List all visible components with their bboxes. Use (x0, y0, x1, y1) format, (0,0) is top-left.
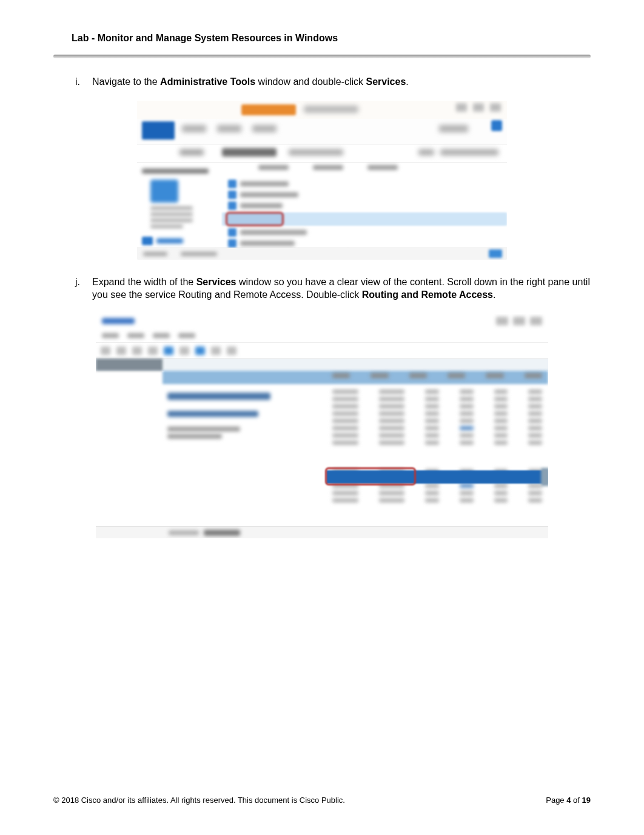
ribbon-contextual-tab (241, 104, 296, 115)
file-tab (142, 121, 175, 140)
scrollbar-thumb (541, 468, 548, 486)
step-j-post: . (493, 289, 495, 300)
window-title (304, 106, 358, 113)
step-j-marker: j. (75, 276, 92, 302)
highlight-box (226, 212, 284, 226)
minimize-icon (456, 103, 467, 112)
step-i-post: . (406, 76, 408, 87)
tree-selected (96, 359, 163, 371)
document-page: Lab - Monitor and Manage System Resource… (0, 0, 644, 835)
page-title: Lab - Monitor and Manage System Resource… (53, 33, 591, 44)
screenshot-admin-tools (137, 101, 507, 260)
help-icon (491, 120, 502, 131)
header-rule (53, 55, 591, 58)
detail-heading (167, 393, 270, 400)
ribbon-tabs (182, 125, 277, 132)
view-toggle-icon (489, 249, 502, 258)
tree-pane (96, 371, 163, 526)
step-j-body: Expand the width of the Services window … (92, 276, 591, 302)
folder-icon (150, 180, 178, 203)
step-i: i. Navigate to the Administrative Tools … (53, 75, 591, 89)
step-i-body: Navigate to the Administrative Tools win… (92, 75, 591, 89)
step-i-mid: window and double-click (255, 76, 366, 87)
page-label-mid: of (571, 796, 582, 805)
copyright: © 2018 Cisco and/or its affiliates. All … (53, 796, 345, 805)
step-i-marker: i. (75, 75, 92, 89)
page-total: 19 (582, 796, 591, 805)
step-i-bold1: Administrative Tools (160, 76, 255, 87)
window-controls (456, 103, 501, 112)
maximize-icon (473, 103, 484, 112)
file-list (222, 163, 507, 248)
step-j-pre: Expand the width of the (92, 277, 196, 287)
screenshot-services (96, 314, 548, 538)
close-icon (490, 103, 501, 112)
page-footer: © 2018 Cisco and/or its affiliates. All … (53, 796, 591, 805)
page-number: Page 4 of 19 (546, 796, 591, 805)
ribbon-right (439, 125, 468, 132)
step-i-pre: Navigate to the (92, 76, 160, 87)
step-j-bold1: Services (196, 277, 236, 287)
nav-pane (137, 163, 222, 248)
step-j-bold2: Routing and Remote Access (362, 289, 493, 300)
window-controls (496, 317, 542, 325)
services-list (163, 371, 548, 526)
services-title (102, 318, 135, 324)
step-i-bold2: Services (366, 76, 406, 87)
detail-action-link (167, 411, 258, 417)
page-label-pre: Page (546, 796, 566, 805)
highlight-box (325, 467, 416, 485)
step-j: j. Expand the width of the Services wind… (53, 276, 591, 302)
this-pc-icon (142, 237, 153, 245)
selected-services-row (222, 212, 507, 226)
